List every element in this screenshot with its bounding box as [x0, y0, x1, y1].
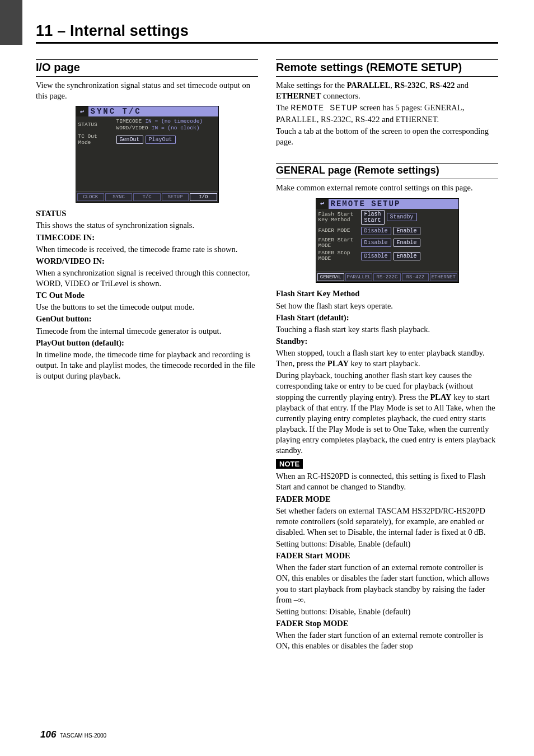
sync-tc-screenshot: ↩ SYNC T/C STATUS TIMECODE IN = (no time… [76, 106, 219, 203]
tab-parallel[interactable]: PARALLEL [345, 273, 372, 281]
flash-start-heading: Flash Start Key Method [276, 288, 498, 299]
note-text-block: When an RC-HS20PD is connected, this set… [276, 471, 498, 492]
remote-setup-title: REMOTE SETUP [329, 199, 458, 209]
tc-out-mode-section: TC Out Mode Use the buttons to set the t… [36, 290, 258, 381]
genout-text: Timecode from the internal timecode gene… [36, 326, 258, 337]
remote-intro-2: The REMOTE SETUP screen has 5 pages: GEN… [276, 102, 498, 125]
col-left: I/O page View the synchronization signal… [36, 59, 258, 652]
gap [276, 148, 498, 160]
fader-start-heading: FADER Start MODE [276, 550, 498, 561]
page-number: 106 [40, 729, 56, 740]
sync-tc-title: SYNC T/C [88, 106, 218, 116]
io-page-heading: I/O page [36, 61, 258, 74]
genout-heading: GenOut button: [36, 314, 258, 324]
tc-label: TIMECODE [116, 118, 142, 124]
tab-sync[interactable]: SYNC [105, 193, 132, 201]
status-heading: STATUS [36, 208, 258, 219]
note-label: NOTE [276, 459, 303, 469]
enable-button[interactable]: Enable [394, 227, 420, 235]
fader-mode-text-2: Setting buttons: Disable, Enable (defaul… [276, 539, 498, 549]
fader-mode-text-1: Set whether faders on external TASCAM HS… [276, 506, 498, 538]
wv-label: WORD/VIDEO [116, 125, 148, 131]
genout-button[interactable]: GenOut [116, 136, 143, 144]
tab-setup[interactable]: SETUP [162, 193, 189, 201]
standby-text-1: When stopped, touch a flash start key to… [276, 348, 498, 369]
timecode-in-text: When timecode is received, the timecode … [36, 244, 258, 255]
standby-button[interactable]: Standby [387, 213, 417, 221]
general-page-intro-text: Make common external remote control sett… [276, 183, 498, 193]
flash-start-default-text: Touching a flash start key starts flash … [276, 324, 498, 335]
tab-rs232c[interactable]: RS-232C [373, 273, 400, 281]
disable-button[interactable]: Disable [361, 227, 391, 235]
flash-start-text: Set how the flash start keys operate. [276, 301, 498, 311]
rs232c-name: RS-232C [395, 81, 426, 90]
ethernet-name: ETHERNET [276, 91, 321, 100]
tc-out-mode-text: Use the buttons to set the timecode outp… [36, 302, 258, 312]
fader-stop-text: When the fader start function of an exte… [276, 630, 498, 651]
fader-stop-section: FADER Stop MODE When the fader start fun… [276, 618, 498, 651]
general-page-heading: GENERAL page (Remote settings) [276, 165, 498, 176]
sync-tc-titlebar: ↩ SYNC T/C [76, 106, 218, 116]
row-fader-start: FADER Start MODE Disable Enable [316, 236, 458, 250]
side-tab [0, 0, 22, 45]
tab-rs422[interactable]: RS-422 [402, 273, 429, 281]
tab-general[interactable]: GENERAL [317, 273, 344, 281]
remote-intro: Make settings for the PARALLEL, RS-232C,… [276, 80, 498, 147]
columns: I/O page View the synchronization signal… [36, 59, 498, 652]
note-block: NOTE [276, 457, 498, 470]
tab-ethernet[interactable]: ETHERNET [430, 273, 457, 281]
sync-tc-tabbar: CLOCK SYNC T/C SETUP I/O [76, 192, 218, 202]
footer: 106 TASCAM HS-2000 [40, 729, 106, 740]
tab-clock[interactable]: CLOCK [77, 193, 104, 201]
t: key to start playback. [349, 359, 420, 368]
t: key to start playback of that entry. If … [276, 393, 495, 455]
status-values: TIMECODE IN = (no timecode) WORD/VIDEO I… [116, 118, 203, 131]
t: , [390, 81, 394, 90]
wordvideo-in-heading: WORD/VIDEO IN: [36, 256, 258, 267]
play-key: PLAY [430, 393, 451, 402]
standby-heading: Standby: [276, 336, 498, 347]
timecode-in-heading: TIMECODE IN: [36, 232, 258, 243]
tab-tc[interactable]: T/C [133, 193, 160, 201]
flash-start-button[interactable]: Flash Start [361, 210, 385, 225]
row-label: Flash Start Key Method [318, 212, 359, 223]
remote-intro-1: Make settings for the PARALLEL, RS-232C,… [276, 80, 498, 101]
note-text: When an RC-HS20PD is connected, this set… [276, 471, 498, 492]
playout-button[interactable]: PlayOut [146, 136, 176, 144]
remote-setup-mono: REMOTE SETUP [291, 104, 358, 113]
t: The [276, 103, 291, 112]
enable-button[interactable]: Enable [394, 252, 420, 260]
fader-mode-heading: FADER MODE [276, 494, 498, 505]
tc-value: IN = (no timecode) [145, 118, 203, 124]
playout-text: In timeline mode, the timecode time for … [36, 349, 258, 381]
fader-start-text-1: When the fader start function of an exte… [276, 562, 498, 605]
sync-tc-body-spacer [76, 147, 218, 192]
row-fader-stop: FADER Stop MODE Disable Enable [316, 249, 458, 263]
enable-button[interactable]: Enable [394, 239, 420, 247]
remote-heading-rule: Remote settings (REMOTE SETUP) [276, 59, 498, 77]
row-fader-mode: FADER MODE Disable Enable [316, 226, 458, 236]
tab-io[interactable]: I/O [190, 193, 217, 201]
disable-button[interactable]: Disable [361, 252, 391, 260]
remote-setup-screenshot: ↩ REMOTE SETUP Flash Start Key Method Fl… [316, 198, 459, 283]
row-label: FADER Start MODE [318, 237, 359, 249]
status-label: STATUS [78, 122, 114, 128]
disable-button[interactable]: Disable [361, 239, 391, 247]
playout-heading: PlayOut button (default): [36, 338, 258, 348]
rs422-name: RS-422 [429, 81, 455, 90]
status-section: STATUS This shows the status of synchron… [36, 208, 258, 289]
tc-out-mode-row: TC Out Mode GenOut PlayOut [76, 132, 218, 147]
spacer [316, 263, 458, 272]
fader-start-section: FADER Start MODE When the fader start fu… [276, 550, 498, 617]
row-flash-start: Flash Start Key Method Flash Start Stand… [316, 209, 458, 226]
flash-start-default-heading: Flash Start (default): [276, 312, 498, 323]
wordvideo-in-text: When a synchronization signal is receive… [36, 268, 258, 289]
remote-setup-tabbar: GENERAL PARALLEL RS-232C RS-422 ETHERNET [316, 272, 458, 282]
chapter-header: 11 – Internal settings [36, 22, 498, 44]
t: and [455, 81, 469, 90]
footer-model: TASCAM HS-2000 [60, 732, 106, 739]
status-text: This shows the status of synchronization… [36, 220, 258, 231]
home-icon: ↩ [316, 199, 329, 209]
parallel-name: PARALLEL [346, 81, 390, 90]
col-right: Remote settings (REMOTE SETUP) Make sett… [276, 59, 498, 652]
